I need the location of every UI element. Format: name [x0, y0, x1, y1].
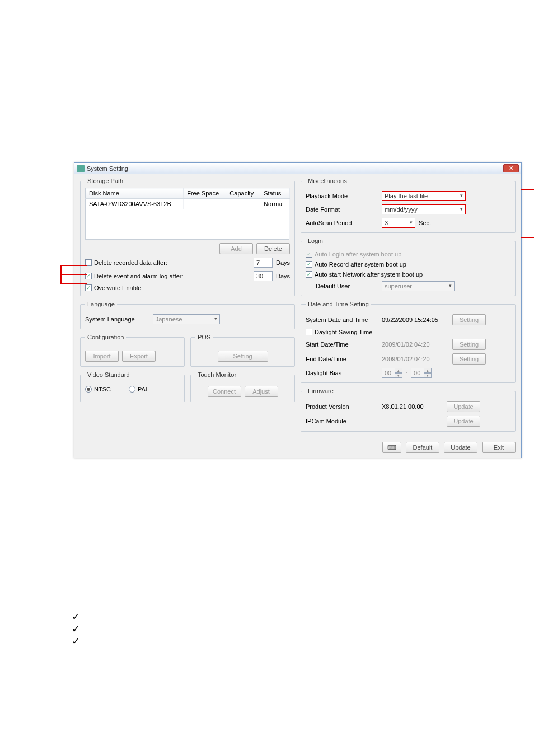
autoscan-select[interactable]: 3 [382, 218, 415, 228]
start-dt-setting-button[interactable]: Setting [452, 339, 486, 350]
window-title: System Setting [87, 165, 503, 172]
pal-radio[interactable]: PAL [129, 386, 149, 393]
app-icon [77, 165, 85, 172]
col-capacity[interactable]: Capacity [226, 188, 260, 199]
ipcam-update-button[interactable]: Update [447, 416, 480, 427]
touch-monitor-group: Touch Monitor Connect Adjust [190, 371, 295, 402]
ipcam-label: IPCam Module [306, 418, 378, 424]
language-label: System Language [85, 316, 135, 323]
keyboard-icon[interactable]: ⌨ [382, 442, 401, 453]
end-dt-value: 2009/01/02 04:20 [382, 356, 449, 362]
table-row[interactable]: SATA-0:WD3200AVVS-63L2B Normal [86, 199, 290, 209]
autoscan-label: AutoScan Period [306, 220, 378, 226]
datetime-group: Date and Time Setting System Date and Ti… [301, 301, 516, 383]
col-free-space[interactable]: Free Space [184, 188, 226, 199]
exit-button[interactable]: Exit [482, 442, 516, 453]
export-button[interactable]: Export [122, 351, 156, 362]
firmware-update-button[interactable]: Update [447, 401, 480, 412]
default-user-select[interactable]: superuser [382, 281, 455, 291]
misc-group: Miscellaneous Playback Mode Play the las… [301, 178, 516, 233]
system-dt-label: System Date and Time [306, 316, 378, 323]
delete-event-input[interactable]: 30 [254, 271, 273, 281]
spin-down-icon[interactable]: ▾ [424, 373, 432, 378]
configuration-group: Configuration Import Export [80, 334, 185, 367]
add-button[interactable]: Add [219, 243, 253, 254]
storage-legend: Storage Path [85, 178, 125, 184]
col-status[interactable]: Status [260, 188, 290, 199]
spin-up-icon[interactable]: ▴ [424, 368, 432, 373]
check-icon: ✓ [72, 610, 80, 623]
system-dt-setting-button[interactable]: Setting [452, 314, 486, 325]
pos-group: POS Setting [190, 334, 295, 367]
video-standard-group: Video Standard NTSC PAL [80, 371, 185, 402]
bias-hour-spinner[interactable]: 00 ▴▾ [382, 368, 402, 378]
connect-button[interactable]: Connect [208, 386, 241, 397]
language-select[interactable]: Japanese [153, 314, 220, 324]
delete-recorded-checkbox[interactable]: Delete recorded data after: [85, 259, 167, 266]
col-disk-name[interactable]: Disk Name [86, 188, 184, 199]
titlebar: System Setting ✕ [74, 163, 521, 174]
firmware-group: Firmware Product Version X8.01.21.00.00 … [301, 388, 516, 432]
system-setting-window: System Setting ✕ Storage Path Disk Name … [74, 162, 522, 458]
storage-table: Disk Name Free Space Capacity Status SAT… [85, 188, 290, 240]
start-dt-value: 2009/01/02 04:20 [382, 341, 449, 348]
spin-down-icon[interactable]: ▾ [395, 373, 402, 378]
default-button[interactable]: Default [406, 442, 439, 453]
end-dt-setting-button[interactable]: Setting [452, 353, 486, 365]
pos-setting-button[interactable]: Setting [218, 351, 268, 362]
overwrite-checkbox[interactable]: ✓Overwrite Enable [85, 284, 141, 291]
end-dt-label: End Date/Time [306, 356, 378, 362]
playback-label: Playback Mode [306, 193, 378, 199]
playback-select[interactable]: Play the last file [382, 191, 466, 201]
bias-min-spinner[interactable]: 00 ▴▾ [411, 368, 432, 378]
default-user-label: Default User [306, 283, 378, 290]
product-version-label: Product Version [306, 403, 378, 410]
auto-network-checkbox[interactable]: ✓Auto start Network after system boot up [306, 271, 423, 278]
close-icon[interactable]: ✕ [503, 164, 519, 172]
check-icon: ✓ [72, 635, 80, 647]
login-group: Login ✓Auto Login after system boot up ✓… [301, 237, 516, 296]
delete-recorded-input[interactable]: 7 [254, 258, 273, 268]
import-button[interactable]: Import [85, 351, 119, 362]
auto-login-checkbox: ✓Auto Login after system boot up [306, 251, 401, 258]
date-format-select[interactable]: mm/dd/yyyy [382, 204, 466, 214]
date-format-label: Date Format [306, 206, 378, 213]
adjust-button[interactable]: Adjust [245, 386, 278, 397]
product-version-value: X8.01.21.00.00 [382, 403, 443, 410]
bias-label: Daylight Bias [306, 370, 378, 376]
footer: ⌨ Default Update Exit [74, 437, 521, 458]
spin-up-icon[interactable]: ▴ [395, 368, 402, 373]
auto-record-checkbox[interactable]: ✓Auto Record after system boot up [306, 261, 406, 268]
check-icon: ✓ [72, 623, 80, 635]
language-group: Language System Language Japanese [80, 301, 295, 329]
delete-event-checkbox[interactable]: ✓Delete event and alarm log after: [85, 273, 184, 279]
system-dt-value: 09/22/2009 15:24:05 [382, 316, 449, 323]
update-button[interactable]: Update [444, 442, 477, 453]
delete-button[interactable]: Delete [256, 243, 290, 254]
storage-path-group: Storage Path Disk Name Free Space Capaci… [80, 178, 295, 296]
dst-checkbox[interactable]: Daylight Saving Time [306, 329, 372, 335]
start-dt-label: Start Date/Time [306, 341, 378, 348]
ntsc-radio[interactable]: NTSC [85, 386, 111, 393]
